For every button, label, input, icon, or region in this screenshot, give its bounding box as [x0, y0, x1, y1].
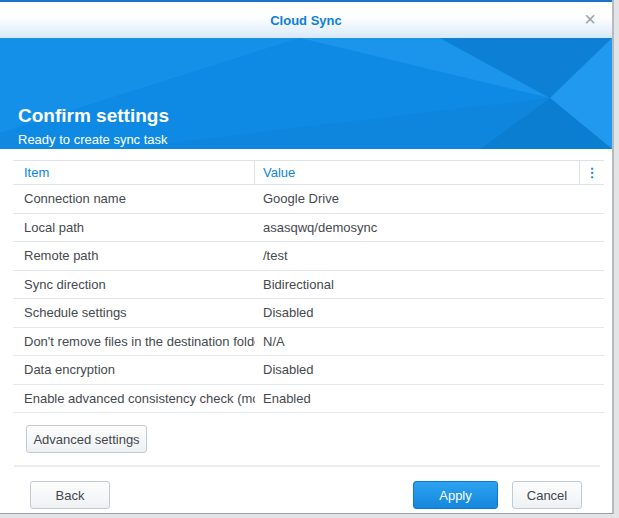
- table-header: Item Value ⋮: [13, 160, 604, 185]
- column-header-value[interactable]: Value: [255, 161, 580, 184]
- row-item-label: Sync direction: [13, 277, 255, 292]
- table-row[interactable]: Local path asasqwq/demosync: [13, 214, 604, 243]
- row-item-value: Disabled: [255, 305, 604, 320]
- screen: Cloud Sync × Confirm settings Ready to c…: [0, 0, 619, 518]
- row-item-value: Bidirectional: [255, 277, 604, 292]
- table-row[interactable]: Remote path /test: [13, 242, 604, 271]
- table-row[interactable]: Don't remove files in the destination fo…: [13, 328, 604, 357]
- table-row[interactable]: Data encryption Disabled: [13, 356, 604, 385]
- table-row[interactable]: Sync direction Bidirectional: [13, 271, 604, 300]
- banner: Confirm settings Ready to create sync ta…: [0, 38, 612, 149]
- table-row[interactable]: Schedule settings Disabled: [13, 299, 604, 328]
- row-item-label: Remote path: [13, 248, 255, 263]
- row-item-label: Enable advanced consistency check (more …: [13, 391, 255, 406]
- row-item-value: asasqwq/demosync: [255, 220, 604, 235]
- page-title: Confirm settings: [18, 105, 169, 127]
- window-title: Cloud Sync: [270, 13, 342, 28]
- row-item-value: Disabled: [255, 362, 604, 377]
- apply-button[interactable]: Apply: [413, 481, 498, 509]
- row-item-label: Don't remove files in the destination fo…: [13, 334, 255, 349]
- row-item-label: Schedule settings: [13, 305, 255, 320]
- table-row[interactable]: Connection name Google Drive: [13, 185, 604, 214]
- table-row[interactable]: Enable advanced consistency check (more …: [13, 385, 604, 414]
- close-icon[interactable]: ×: [579, 7, 601, 31]
- back-button[interactable]: Back: [30, 481, 110, 509]
- row-item-value: Google Drive: [255, 191, 604, 206]
- row-item-value: Enabled: [255, 391, 604, 406]
- column-menu-dots-icon: ⋮: [586, 166, 599, 179]
- column-menu-button[interactable]: ⋮: [580, 161, 604, 184]
- row-item-value: N/A: [255, 334, 604, 349]
- settings-table: Item Value ⋮ Connection name Google Driv…: [13, 160, 604, 413]
- cloud-sync-dialog: Cloud Sync × Confirm settings Ready to c…: [0, 0, 614, 514]
- row-item-label: Data encryption: [13, 362, 255, 377]
- footer-divider: [14, 465, 600, 467]
- titlebar: Cloud Sync ×: [0, 0, 612, 38]
- row-item-label: Local path: [13, 220, 255, 235]
- advanced-settings-button[interactable]: Advanced settings: [26, 425, 147, 453]
- row-item-value: /test: [255, 248, 604, 263]
- column-header-item[interactable]: Item: [13, 161, 255, 184]
- page-subtitle: Ready to create sync task: [18, 132, 168, 147]
- cancel-button[interactable]: Cancel: [512, 481, 582, 509]
- row-item-label: Connection name: [13, 191, 255, 206]
